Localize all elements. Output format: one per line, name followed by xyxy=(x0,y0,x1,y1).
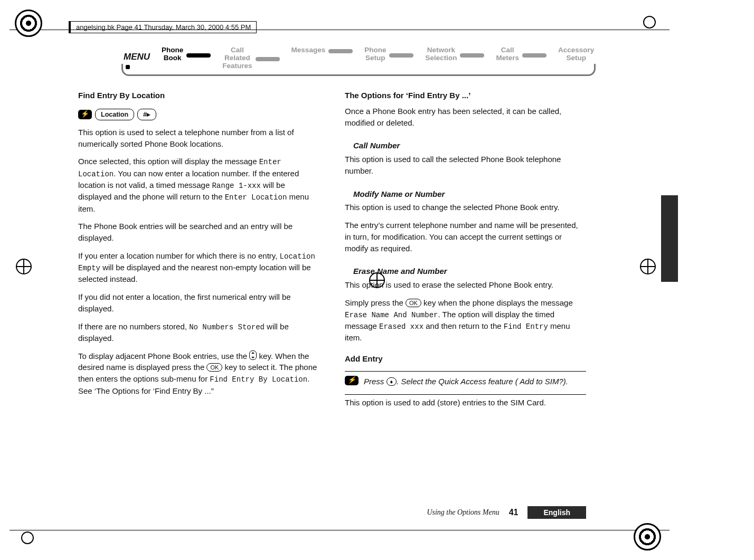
para-search: The Phone Book entries will be searched … xyxy=(78,221,319,244)
nav-item-network: NetworkSelection xyxy=(425,46,457,62)
registration-mark-tl xyxy=(15,10,42,37)
para-adjacent: To display adjacent Phone Book entries, … xyxy=(78,350,319,397)
para-intro: This option is used to select a telephon… xyxy=(78,127,319,150)
para-call-number: This option is used to call the selected… xyxy=(345,154,586,177)
nav-item-messages: Messages xyxy=(291,46,326,54)
registration-mark-br xyxy=(634,523,661,550)
heading-modify: Modify Name or Number xyxy=(353,188,586,200)
nav-item-accessory: AccessorySetup xyxy=(558,46,594,62)
file-header: angelsing.bk Page 41 Thursday, March 30,… xyxy=(69,21,596,33)
registration-mark-bl xyxy=(21,531,34,544)
menu-nav: MENU PhoneBook Call RelatedFeatures Mess… xyxy=(121,46,596,76)
heading-find-entry-by-location: Find Entry By Location xyxy=(78,90,319,101)
left-column: Find Entry By Location ⚡ Location #▸ Thi… xyxy=(78,90,319,497)
nav-underline xyxy=(121,64,596,76)
para-add-entry: This option is used to add (store) entri… xyxy=(345,397,586,409)
nav-item-call-meters: CallMeters xyxy=(496,46,519,62)
para-first-entry: If you did not enter a location, the fir… xyxy=(78,291,319,315)
nav-pill xyxy=(460,51,484,58)
para-options: Once a Phone Book entry has been selecte… xyxy=(345,106,586,129)
heading-erase: Erase Name and Number xyxy=(353,265,586,277)
page-footer: Using the Options Menu 41 English xyxy=(78,506,586,519)
location-button: Location xyxy=(95,109,134,120)
footer-page-number: 41 xyxy=(509,508,519,517)
file-header-text: angelsing.bk Page 41 Thursday, March 30,… xyxy=(69,21,257,33)
para-enter-location: Once selected, this option will display … xyxy=(78,156,319,214)
menu-label-text: MENU xyxy=(124,52,150,62)
para-no-numbers: If there are no numbers stored, No Numbe… xyxy=(78,321,319,344)
crop-line-bottom xyxy=(10,530,670,530)
page-body: Find Entry By Location ⚡ Location #▸ Thi… xyxy=(78,90,586,497)
para-modify-1: This option is used to change the select… xyxy=(345,202,586,213)
para-empty: If you enter a location number for which… xyxy=(78,250,319,285)
footer-language: English xyxy=(527,506,586,519)
quick-access-icon: ⚡ xyxy=(345,376,359,385)
page-edge-tab xyxy=(661,195,678,282)
nav-pill xyxy=(522,51,546,58)
quick-access-note: ⚡ Press ♦. Select the Quick Access featu… xyxy=(345,376,586,387)
nav-pill xyxy=(256,55,280,61)
scroll-key-icon xyxy=(249,350,257,360)
nav-item-phone-book: PhoneBook xyxy=(162,46,183,62)
crop-cross-left xyxy=(16,259,32,274)
rule-below-note xyxy=(345,394,586,395)
para-erase-2: Simply press the OK key when the phone d… xyxy=(345,297,586,344)
nav-pill xyxy=(389,51,413,58)
rule-above-note xyxy=(345,371,586,372)
crop-cross-right xyxy=(640,259,656,274)
quick-access-icon: ⚡ xyxy=(78,110,92,119)
nav-pill xyxy=(328,47,353,53)
heading-options: The Options for ‘Find Entry By ...’ xyxy=(345,90,586,101)
nav-item-phone-setup: PhoneSetup xyxy=(364,46,386,62)
nav-pill xyxy=(186,51,211,58)
hash-button: #▸ xyxy=(137,109,156,120)
para-modify-2: The entry’s current telephone number and… xyxy=(345,220,586,254)
smart-key-icon: ♦ xyxy=(387,377,397,386)
para-erase-1: This option is used to erase the selecte… xyxy=(345,279,586,291)
ok-key-icon: OK xyxy=(206,363,222,372)
heading-call-number: Call Number xyxy=(353,140,586,151)
heading-add-entry: Add Entry xyxy=(345,353,586,365)
right-column: The Options for ‘Find Entry By ...’ Once… xyxy=(345,90,586,497)
footer-section: Using the Options Menu xyxy=(427,508,499,517)
registration-mark-tr xyxy=(643,16,656,29)
ok-key-icon: OK xyxy=(406,299,421,307)
shortcut-row: ⚡ Location #▸ xyxy=(78,109,319,120)
